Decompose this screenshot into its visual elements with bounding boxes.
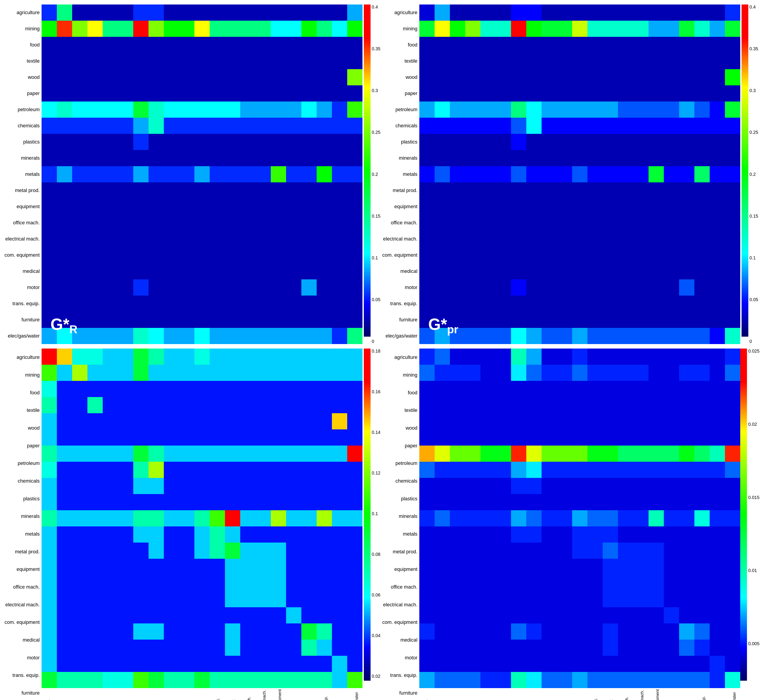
- x-label: paper: [124, 689, 128, 700]
- y-label: paper: [382, 91, 418, 96]
- y-label: food: [5, 390, 40, 395]
- x-label: textile: [93, 689, 98, 700]
- x-label: minerals: [563, 689, 568, 700]
- x-label: furniture: [716, 689, 721, 700]
- colorbar-Gqr: 0.0250.020.0150.010.0050: [742, 348, 755, 700]
- y-label: chemicals: [382, 123, 418, 128]
- x-label: metal prod.: [216, 689, 221, 700]
- y-label: metals: [5, 172, 40, 177]
- y-label: office mach.: [5, 584, 40, 589]
- y-label: textile: [5, 408, 40, 413]
- colorbar-tick-label: 0.16: [372, 389, 381, 394]
- x-label: food: [455, 689, 460, 700]
- panel-Gpr: agricultureminingfoodtextilewoodpaperpet…: [382, 5, 755, 344]
- y-label: agriculture: [5, 10, 40, 15]
- colorbar-labels-GR: 0.40.350.30.250.20.150.10.050: [371, 5, 381, 344]
- colorbar-canvas-Grr: [364, 348, 371, 681]
- x-label: textile: [470, 689, 475, 700]
- heatmap-area-GR: G*R: [42, 5, 364, 344]
- y-label: furniture: [5, 317, 40, 322]
- y-label: metals: [382, 531, 418, 536]
- y-label: paper: [382, 443, 418, 448]
- colorbar-canvas-GR: [364, 5, 371, 337]
- colorbar-tick-label: 0.02: [748, 422, 759, 427]
- x-label: agriculture: [425, 689, 429, 700]
- x-label: metal prod.: [594, 689, 599, 700]
- colorbar-Gpr: 0.40.350.30.250.20.150.10.050: [742, 5, 755, 344]
- y-label: metals: [382, 172, 418, 177]
- y-label: plastics: [5, 496, 40, 501]
- panel-GR: agricultureminingfoodtextilewoodpaperpet…: [5, 5, 378, 344]
- y-label: trans. equip.: [382, 673, 418, 678]
- y-label: electrical mach.: [382, 602, 418, 607]
- y-label: plastics: [5, 139, 40, 144]
- x-label: furniture: [338, 689, 343, 700]
- colorbar-canvas-Gpr: [741, 5, 748, 337]
- colorbar-GR: 0.40.350.30.250.20.150.10.050: [364, 5, 378, 344]
- y-label: metals: [5, 531, 40, 536]
- y-label: elec/gas/water: [382, 333, 418, 338]
- colorbar-tick-label: 0.25: [749, 130, 758, 135]
- panel-label-GR: G*R: [50, 316, 78, 335]
- x-label: chemicals: [532, 689, 537, 700]
- y-labels-Gqr: agricultureminingfoodtextilewoodpaperpet…: [382, 348, 419, 700]
- y-label: mining: [382, 373, 418, 378]
- y-labels-GR: agricultureminingfoodtextilewoodpaperpet…: [5, 5, 42, 344]
- y-label: wood: [5, 75, 40, 80]
- colorbar-tick-label: 0.005: [748, 641, 759, 646]
- colorbar-tick-label: 0.05: [372, 297, 381, 302]
- x-label: motor: [686, 689, 691, 700]
- y-label: petroleum: [5, 107, 40, 112]
- colorbar-tick-label: 0: [372, 339, 381, 344]
- y-labels-Grr: agricultureminingfoodtextilewoodpaperpet…: [5, 348, 42, 700]
- y-label: mining: [5, 26, 40, 31]
- panel-Gqr: agricultureminingfoodtextilewoodpaperpet…: [382, 348, 755, 700]
- x-label: trans. equip.: [323, 689, 328, 700]
- y-label: mining: [382, 26, 418, 31]
- y-label: office mach.: [382, 584, 418, 589]
- x-label: metals: [201, 689, 205, 700]
- y-labels-Gpr: agricultureminingfoodtextilewoodpaperpet…: [382, 5, 419, 344]
- main-container: agricultureminingfoodtextilewoodpaperpet…: [0, 0, 760, 700]
- y-label: chemicals: [382, 478, 418, 483]
- colorbar-labels-Grr: 0.180.160.140.120.10.080.060.040.020: [371, 348, 381, 700]
- colorbar-tick-label: 0.3: [372, 88, 381, 93]
- y-label: furniture: [5, 691, 40, 695]
- y-label: paper: [5, 91, 40, 96]
- heatmap-area-Grr: G*rr agricultureminingfoodtextilewoodpap…: [42, 348, 364, 700]
- y-label: motor: [5, 655, 40, 660]
- y-label: textile: [382, 408, 418, 413]
- y-label: agriculture: [382, 355, 418, 360]
- y-label: trans. equip.: [382, 301, 418, 306]
- y-label: medical: [5, 269, 40, 274]
- x-labels-Gqr: agricultureminingfoodtextilewoodpaperpet…: [419, 688, 742, 700]
- colorbar-tick-label: 0.12: [372, 470, 381, 476]
- colorbar-tick-label: 0.4: [749, 5, 758, 9]
- canvas-Grr: [42, 348, 362, 688]
- y-label: trans. equip.: [5, 673, 40, 678]
- y-label: chemicals: [5, 478, 40, 483]
- colorbar-tick-label: 0.4: [372, 5, 381, 9]
- panel-Grr: agricultureminingfoodtextilewoodpaperpet…: [5, 348, 378, 700]
- x-label: com. equipment: [277, 689, 282, 700]
- colorbar-tick-label: 0.05: [749, 297, 758, 302]
- colorbar-tick-label: 0.06: [372, 592, 381, 598]
- colorbar-tick-label: 0.35: [749, 46, 758, 52]
- y-label: paper: [5, 443, 40, 448]
- x-label: plastics: [170, 689, 175, 700]
- y-label: minerals: [382, 514, 418, 519]
- y-label: furniture: [382, 317, 418, 322]
- y-label: minerals: [382, 156, 418, 161]
- y-label: com. equipment: [382, 253, 418, 258]
- y-label: metal prod.: [382, 549, 418, 554]
- y-label: wood: [382, 75, 418, 80]
- colorbar-labels-Gqr: 0.0250.020.0150.010.0050: [747, 348, 759, 700]
- y-label: metal prod.: [5, 188, 40, 193]
- y-label: office mach.: [5, 220, 40, 225]
- x-label: equipment: [609, 689, 614, 700]
- y-label: food: [382, 42, 418, 47]
- y-label: electrical mach.: [5, 602, 40, 607]
- y-label: petroleum: [382, 107, 418, 112]
- y-label: electrical mach.: [5, 236, 40, 241]
- x-label: elec/gas/water: [354, 689, 359, 700]
